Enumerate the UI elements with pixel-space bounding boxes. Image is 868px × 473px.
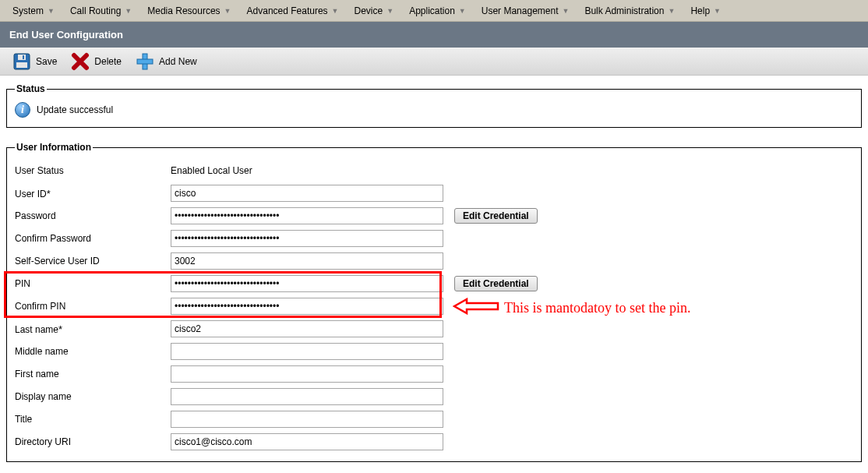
menu-advanced-features[interactable]: Advanced Features▼ — [239, 2, 347, 19]
chevron-down-icon: ▼ — [562, 7, 569, 15]
chevron-down-icon: ▼ — [459, 7, 466, 15]
page-title: End User Configuration — [0, 22, 868, 48]
row-user-id: User ID* — [15, 182, 853, 204]
label-pin: PIN — [15, 278, 171, 289]
value-user-status: Enabled Local User — [171, 164, 252, 178]
confirm-pin-input[interactable] — [171, 298, 443, 315]
password-input[interactable] — [171, 207, 443, 224]
status-fieldset: Status i Update successful — [6, 83, 862, 128]
status-message: Update successful — [37, 104, 113, 115]
menu-device[interactable]: Device▼ — [347, 2, 402, 19]
row-first-name: First name — [15, 363, 853, 385]
menu-help[interactable]: Help▼ — [683, 2, 729, 19]
menu-system-label: System — [12, 5, 44, 16]
status-legend: Status — [15, 83, 47, 94]
add-icon — [136, 52, 154, 71]
chevron-down-icon: ▼ — [224, 7, 231, 15]
save-icon — [12, 52, 31, 71]
row-confirm-pin: Confirm PIN — [15, 295, 853, 317]
row-middle-name: Middle name — [15, 341, 853, 362]
row-confirm-password: Confirm Password — [15, 228, 853, 249]
info-icon: i — [15, 102, 30, 118]
first-name-input[interactable] — [171, 365, 443, 383]
delete-button[interactable]: Delete — [66, 51, 126, 72]
svg-rect-1 — [16, 62, 27, 68]
add-new-label: Add New — [159, 56, 197, 67]
label-self-service-user-id: Self-Service User ID — [15, 256, 171, 267]
label-middle-name: Middle name — [15, 346, 171, 357]
row-user-status: User Status Enabled Local User — [15, 160, 853, 182]
menubar: System▼ Call Routing▼ Media Resources▼ A… — [0, 0, 868, 22]
add-new-button[interactable]: Add New — [131, 51, 202, 72]
chevron-down-icon: ▼ — [48, 7, 55, 15]
svg-rect-3 — [23, 55, 24, 59]
user-info-legend: User Information — [15, 142, 93, 153]
menu-call-routing[interactable]: Call Routing▼ — [62, 2, 139, 19]
menu-bulk-administration[interactable]: Bulk Administration▼ — [577, 2, 683, 19]
svg-rect-2 — [18, 55, 26, 60]
self-service-user-id-input[interactable] — [171, 252, 443, 270]
label-title: Title — [15, 414, 171, 425]
content-area: Status i Update successful User Informat… — [0, 76, 868, 462]
menu-call-routing-label: Call Routing — [70, 5, 121, 16]
label-password: Password — [15, 210, 171, 221]
label-confirm-password: Confirm Password — [15, 233, 171, 244]
label-last-name: Last name* — [15, 323, 171, 335]
menu-system[interactable]: System▼ — [5, 2, 62, 19]
chevron-down-icon: ▼ — [668, 7, 675, 15]
menu-bulk-administration-label: Bulk Administration — [584, 5, 664, 16]
row-pin: PIN Edit Credential — [15, 273, 853, 295]
menu-device-label: Device — [355, 5, 383, 16]
directory-uri-input[interactable] — [171, 433, 443, 450]
chevron-down-icon: ▼ — [125, 7, 132, 15]
save-button[interactable]: Save — [8, 51, 62, 72]
label-user-status: User Status — [15, 165, 171, 176]
chevron-down-icon: ▼ — [386, 7, 393, 15]
last-name-input[interactable] — [171, 320, 443, 337]
label-confirm-pin: Confirm PIN — [15, 301, 171, 312]
edit-credential-pin-button[interactable]: Edit Credential — [454, 276, 538, 291]
svg-rect-5 — [137, 59, 153, 64]
menu-user-management-label: User Management — [482, 5, 559, 16]
middle-name-input[interactable] — [171, 343, 443, 360]
row-display-name: Display name — [15, 386, 853, 408]
label-display-name: Display name — [15, 391, 171, 402]
label-first-name: First name — [15, 369, 171, 379]
toolbar: Save Delete Add New — [0, 48, 868, 76]
chevron-down-icon: ▼ — [332, 7, 339, 15]
menu-media-resources-label: Media Resources — [147, 5, 220, 16]
chevron-down-icon: ▼ — [714, 7, 721, 15]
row-self-service-user-id: Self-Service User ID — [15, 250, 853, 272]
menu-media-resources[interactable]: Media Resources▼ — [139, 2, 238, 19]
delete-label: Delete — [94, 56, 122, 67]
row-directory-uri: Directory URI — [15, 431, 853, 453]
menu-user-management[interactable]: User Management▼ — [474, 2, 577, 19]
user-info-fieldset: User Information User Status Enabled Loc… — [6, 142, 862, 462]
pin-input[interactable] — [171, 275, 443, 292]
label-user-id: User ID* — [15, 188, 171, 199]
save-label: Save — [36, 56, 57, 67]
row-title: Title — [15, 408, 853, 430]
user-id-input[interactable] — [171, 185, 443, 202]
title-input[interactable] — [171, 411, 443, 428]
menu-application[interactable]: Application▼ — [401, 2, 474, 19]
menu-advanced-features-label: Advanced Features — [247, 5, 328, 16]
delete-icon — [71, 52, 90, 71]
display-name-input[interactable] — [171, 388, 443, 405]
row-password: Password Edit Credential — [15, 205, 853, 227]
menu-application-label: Application — [409, 5, 455, 16]
row-last-name: Last name* — [15, 318, 853, 340]
menu-help-label: Help — [690, 5, 710, 16]
edit-credential-password-button[interactable]: Edit Credential — [454, 208, 538, 224]
confirm-password-input[interactable] — [171, 230, 443, 247]
label-directory-uri: Directory URI — [15, 436, 171, 447]
